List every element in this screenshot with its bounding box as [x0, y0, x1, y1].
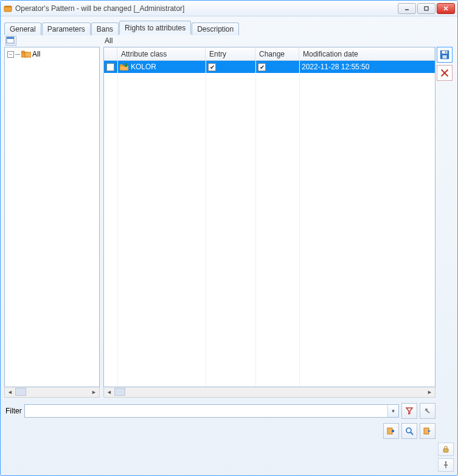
tree-toolbar — [4, 35, 100, 47]
table-row[interactable]: KOLOR ✔ ✔ 2022-11-28 12:55 — [104, 61, 435, 73]
svg-rect-10 — [21, 51, 24, 53]
column-entry[interactable]: Entry — [206, 47, 255, 60]
row-checkbox-cell[interactable] — [104, 61, 117, 73]
svg-rect-15 — [426, 410, 430, 413]
maximize-button[interactable] — [417, 3, 435, 14]
row-checkbox[interactable] — [106, 63, 114, 71]
row-mod-cell: 2022-11-28 12:55:50 — [299, 61, 435, 73]
grid-header: Attribute class Entry Change Modificatio… — [104, 47, 435, 61]
scroll-track[interactable] — [15, 387, 89, 397]
svg-point-28 — [445, 461, 446, 463]
action-a-button[interactable] — [383, 423, 399, 439]
delete-button[interactable] — [437, 65, 453, 81]
svg-rect-3 — [425, 7, 428, 10]
tab-description[interactable]: Description — [192, 22, 239, 35]
entry-checkbox[interactable]: ✔ — [208, 63, 216, 71]
svg-rect-17 — [392, 430, 394, 432]
svg-rect-23 — [442, 55, 446, 58]
tree-folder-icon — [21, 50, 31, 58]
tree-expand-toggle[interactable]: − — [7, 51, 14, 58]
tab-bans[interactable]: Bans — [91, 22, 119, 35]
svg-rect-20 — [424, 428, 429, 434]
column-change[interactable]: Change — [255, 47, 299, 60]
search-button[interactable] — [401, 423, 417, 439]
side-actions — [435, 35, 454, 439]
filter-combo[interactable]: ▼ — [24, 404, 399, 418]
splitter: − All ◄ ► — [4, 35, 435, 398]
pin-button[interactable] — [438, 458, 454, 472]
grid-body: KOLOR ✔ ✔ 2022-11-28 12:55 — [104, 61, 435, 387]
bottom-actions — [4, 423, 435, 439]
row-attr-cell[interactable]: KOLOR — [117, 61, 206, 73]
filter-input[interactable] — [25, 405, 387, 417]
row-attr-name: KOLOR — [131, 63, 156, 71]
scroll-thumb[interactable] — [15, 388, 26, 396]
content: − All ◄ ► — [4, 35, 435, 439]
column-check[interactable] — [104, 47, 117, 60]
lock-button[interactable] — [438, 443, 454, 456]
tab-parameters[interactable]: Parameters — [42, 22, 91, 35]
tree-connector — [15, 54, 20, 55]
folder-icon — [120, 63, 128, 71]
svg-rect-13 — [125, 63, 127, 67]
svg-rect-9 — [25, 52, 31, 57]
filter-settings-button[interactable] — [420, 403, 435, 419]
main-area: − All ◄ ► — [4, 35, 454, 439]
app-window: Operator's Pattern - will be changed [_A… — [0, 0, 458, 476]
footer-actions — [1, 443, 457, 475]
column-attribute-class[interactable]: Attribute class — [117, 47, 206, 60]
grid[interactable]: Attribute class Entry Change Modificatio… — [103, 47, 435, 387]
chevron-down-icon[interactable]: ▼ — [387, 405, 398, 417]
save-button[interactable] — [437, 47, 453, 63]
tree-hscroll[interactable]: ◄ ► — [4, 387, 100, 398]
change-checkbox[interactable]: ✔ — [258, 63, 266, 71]
grid-hscroll[interactable]: ◄ ► — [103, 387, 435, 398]
svg-rect-22 — [442, 51, 448, 54]
filter-build-button[interactable] — [401, 403, 417, 419]
scroll-left-icon[interactable]: ◄ — [5, 388, 15, 397]
client-area: General Parameters Bans Rights to attrib… — [1, 16, 457, 443]
svg-point-18 — [406, 428, 411, 433]
column-modification-date[interactable]: Modification date — [299, 47, 435, 60]
close-button[interactable] — [437, 3, 455, 14]
svg-rect-24 — [445, 52, 446, 53]
app-icon — [3, 4, 13, 13]
scroll-right-icon[interactable]: ► — [425, 388, 435, 397]
row-mod-value: 2022-11-28 12:55:50 — [302, 63, 369, 71]
svg-line-19 — [411, 432, 413, 435]
row-change-cell[interactable]: ✔ — [255, 61, 299, 73]
tree-root-row[interactable]: − All — [6, 49, 98, 60]
scroll-thumb[interactable] — [114, 388, 125, 396]
scroll-track[interactable] — [114, 387, 425, 397]
row-entry-cell[interactable]: ✔ — [206, 61, 255, 73]
action-c-button[interactable] — [420, 423, 435, 439]
scroll-left-icon[interactable]: ◄ — [104, 388, 114, 397]
svg-rect-16 — [387, 428, 392, 434]
svg-rect-7 — [7, 37, 14, 39]
scroll-right-icon[interactable]: ► — [89, 388, 99, 397]
tree-toolbar-button[interactable] — [5, 36, 16, 46]
titlebar[interactable]: Operator's Pattern - will be changed [_A… — [1, 1, 457, 16]
window-controls — [398, 3, 455, 14]
tab-rights-to-attributes[interactable]: Rights to attributes — [119, 21, 191, 35]
filter-label: Filter — [4, 407, 22, 415]
tab-general[interactable]: General — [4, 22, 41, 35]
tree[interactable]: − All — [4, 47, 100, 387]
grid-pane: All Attribute class Entry Change Modific… — [103, 35, 435, 398]
tree-pane: − All ◄ ► — [4, 35, 100, 398]
minimize-button[interactable] — [398, 3, 416, 14]
tabs: General Parameters Bans Rights to attrib… — [4, 20, 454, 35]
filter-row: Filter ▼ — [4, 403, 435, 419]
svg-rect-1 — [4, 6, 12, 7]
tree-root-label: All — [32, 50, 40, 58]
svg-rect-27 — [443, 449, 448, 452]
grid-heading: All — [103, 35, 435, 47]
window-title: Operator's Pattern - will be changed [_A… — [15, 4, 398, 13]
